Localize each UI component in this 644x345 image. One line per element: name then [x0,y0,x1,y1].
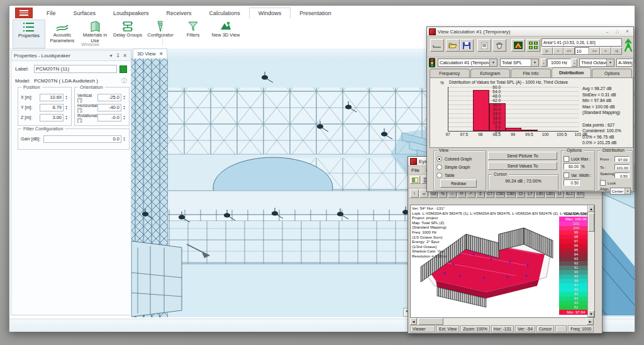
calc-tab-frequency[interactable]: Frequency [430,69,470,77]
tab-3d-view[interactable]: 3D View ✕ [133,48,167,59]
nav-button[interactable]: < [553,47,564,55]
dist-to-input[interactable]: 101.00 [614,164,630,170]
spinner[interactable]: ▲▼ [122,94,126,101]
nav-button[interactable]: >| [611,47,623,55]
position-input[interactable]: 10.69 [40,94,64,101]
calc-tab-distribution[interactable]: Distribution [552,67,592,77]
mapping-horizontal-scrollbar[interactable]: ◄ ► [410,318,594,325]
speaker-color-swatch[interactable] [119,65,127,73]
collapse-icon[interactable] [430,39,444,52]
send-values-button[interactable]: Send Values To [488,162,557,170]
label-input[interactable]: PCM20TN (11) [34,65,117,73]
view-mode-option[interactable]: Table [436,172,483,178]
frequency-field[interactable]: 1000 Hz [547,59,571,67]
tab-surfaces[interactable]: Surfaces [65,8,105,18]
radio-icon[interactable] [436,172,442,178]
calc-toolbar: Area^1 #1 (10.53, 0.26, 1.60) |<<<<10>>>… [427,37,633,57]
nav-button[interactable]: << [564,47,575,55]
radio-icon[interactable] [436,156,442,162]
dist-spacing-input[interactable]: 0.50 [614,172,630,178]
view-mode-option[interactable]: Colored Graph [436,156,483,162]
trash-icon[interactable] [492,39,506,52]
gain-spinner[interactable]: ▲▼ [122,135,126,143]
menu-file[interactable]: File [411,167,419,173]
ribbon-button-filters[interactable]: Filters [177,20,209,47]
traffic-light-icon[interactable] [429,58,435,67]
lock-max-input[interactable]: 60.00 [564,163,580,169]
weighting-select[interactable]: A-Weighted [616,59,633,67]
maximize-icon[interactable]: □ [613,30,621,34]
info-icon[interactable]: ⓘ [121,77,127,85]
send-picture-button[interactable]: Send Picture To [488,152,557,160]
var-width-checkbox[interactable] [564,172,569,178]
lock-max-checkbox[interactable] [564,156,569,162]
spinner[interactable]: ▲▼ [122,114,126,122]
calculation-select[interactable]: Calculation #1 (Temporary)▼ [438,59,497,67]
orientation-input[interactable]: -25.0 [97,94,121,101]
tab-presentation[interactable]: Presentation [291,8,340,18]
position-input[interactable]: 3.00 [40,114,64,122]
nav-page-field[interactable]: 10 [575,47,589,55]
ribbon-button-new-3d-view[interactable]: New 3D View [210,20,242,47]
open-folder-icon[interactable] [446,39,460,52]
colored-map-icon[interactable] [511,39,525,52]
tab-close-icon[interactable]: ✕ [159,51,164,57]
orientation-input[interactable]: -40.0 [97,104,121,111]
radio-icon[interactable] [436,164,442,170]
gain-input[interactable]: 0.0 [43,135,121,143]
var-width-input[interactable]: 0.50 [564,179,580,186]
dist-from-input[interactable]: 97.00 [614,156,630,162]
area-field[interactable]: Area^1 #1 (10.53, 0.26, 1.60) [541,38,622,47]
eyes-tool-![interactable]: ! [410,189,419,198]
orientation-input[interactable]: -0.0 [97,114,121,122]
spinner[interactable]: ▲▼ [64,104,69,111]
stat-line: Min = 97.84 dB [582,98,631,104]
close-icon[interactable]: ✕ [623,29,631,34]
tab-windows[interactable]: Windows [249,8,291,18]
info-line: Ver: 54° Hor: -131° [412,206,563,211]
spinner[interactable]: ▲▼ [64,114,69,122]
calc-title-bar[interactable]: View Calculation #1 (Temporary) – □ ✕ [427,27,633,37]
stat-line: StdDev = 0.31 dB [582,92,631,98]
distribution-chart: Distribution of Values for Total SPL (A)… [430,77,633,148]
view-mode-label: Simple Graph [445,165,470,169]
nav-button[interactable]: |< [541,47,553,55]
dist-lock-checkbox[interactable] [600,180,606,186]
spinner[interactable]: ▲▼ [64,94,69,101]
calc-tab-echogram[interactable]: Echogram [470,69,511,77]
align-select[interactable]: Center▼ [610,188,631,195]
tab-calculations[interactable]: Calculations [201,8,249,18]
position-input[interactable]: 8.79 [40,104,64,111]
chevron-down-icon[interactable]: ▾ [108,53,114,59]
tab-file[interactable]: File [38,8,65,18]
calc-tab-options[interactable]: Options [592,69,632,77]
filter-group-title: Filter Configuration [21,126,65,132]
bandwidth-select[interactable]: Third Octave▼ [579,59,614,67]
nav-button[interactable]: >> [589,47,601,55]
redraw-button[interactable]: Redraw [440,179,477,188]
close-icon[interactable]: ✕ [121,53,128,59]
calc-tab-file-info[interactable]: File Info [511,69,551,77]
pin-icon[interactable]: ↧ [114,53,121,59]
spinner[interactable]: ▲▼ [122,104,126,111]
map-type-select[interactable]: Total SPL▼ [500,59,539,67]
file-info-icon[interactable] [477,39,491,52]
orientation-label: Rotational [°]: [77,113,97,122]
mapping-vertical-scrollbar[interactable]: ▲ ▼ [587,205,595,317]
tab-receivers[interactable]: Receivers [158,8,201,18]
nav-button[interactable]: > [600,47,611,55]
multi-map-icon[interactable] [526,39,540,52]
tab-loudspeakers[interactable]: Loudspeakers [104,8,158,18]
mascot-icon[interactable] [625,38,633,55]
minimize-icon[interactable]: – [603,30,611,34]
orientation-row: Vertical [°]:-25.0▲▼ [77,93,126,101]
view-mode-option[interactable]: Simple Graph [436,164,483,170]
save-icon[interactable] [460,39,474,52]
calc-tabs: FrequencyEchogramFile InfoDistributionOp… [430,69,632,77]
mapping-canvas[interactable]: Ver: 54° Hor: -131°Lspk: L-VDM20A-EN 582… [410,205,595,318]
info-line: Resolution = 1.00 m [412,254,563,259]
mapping-mode-button[interactable] [410,176,420,184]
freq-prev-button[interactable]: ‹ [541,59,547,67]
app-menu-button[interactable] [15,8,33,18]
freq-next-button[interactable]: › [572,59,577,67]
